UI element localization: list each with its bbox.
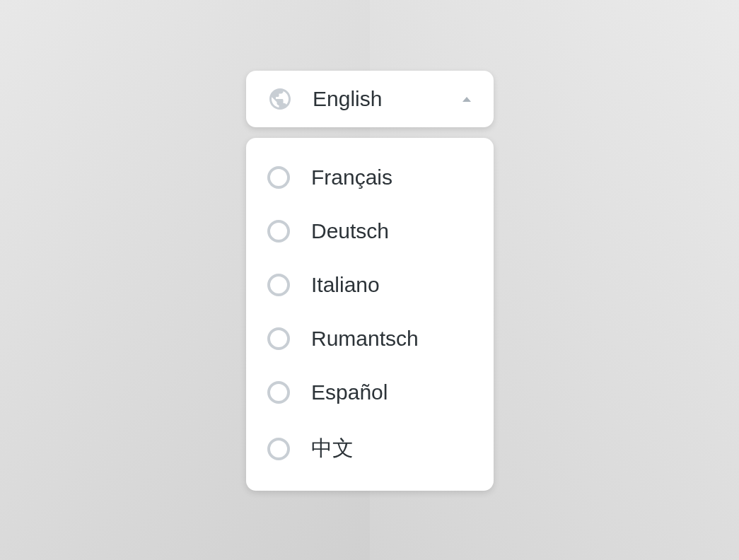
- language-option-rumantsch[interactable]: Rumantsch: [246, 312, 494, 366]
- option-label: 中文: [311, 434, 354, 463]
- language-option-italiano[interactable]: Italiano: [246, 258, 494, 312]
- option-label: Deutsch: [311, 219, 389, 243]
- radio-icon: [267, 166, 290, 189]
- option-label: Rumantsch: [311, 327, 419, 351]
- option-label: Español: [311, 380, 388, 404]
- globe-icon: [267, 86, 293, 112]
- language-dropdown: English Français Deutsch Italiano Rumant…: [246, 71, 494, 491]
- radio-icon: [267, 327, 290, 350]
- option-label: Français: [311, 165, 392, 189]
- language-options-list: Français Deutsch Italiano Rumantsch Espa…: [246, 138, 494, 491]
- language-option-espanol[interactable]: Español: [246, 366, 494, 419]
- language-option-francais[interactable]: Français: [246, 151, 494, 204]
- option-label: Italiano: [311, 273, 380, 297]
- radio-icon: [267, 220, 290, 243]
- selected-language-label: English: [313, 87, 462, 111]
- language-option-chinese[interactable]: 中文: [246, 419, 494, 478]
- language-dropdown-trigger[interactable]: English: [246, 71, 494, 127]
- caret-up-icon: [462, 97, 471, 102]
- radio-icon: [267, 438, 290, 460]
- radio-icon: [267, 381, 290, 404]
- language-option-deutsch[interactable]: Deutsch: [246, 204, 494, 258]
- radio-icon: [267, 274, 290, 296]
